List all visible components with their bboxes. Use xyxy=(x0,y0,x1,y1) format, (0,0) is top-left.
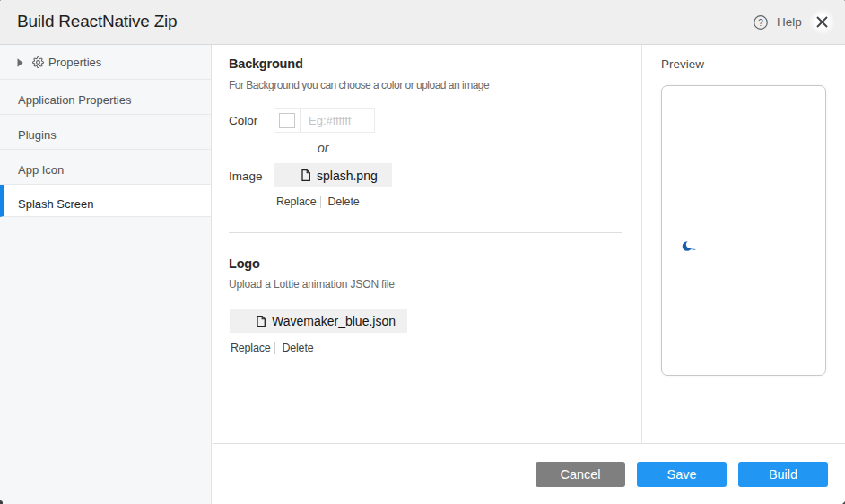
svg-text:?: ? xyxy=(758,18,763,28)
